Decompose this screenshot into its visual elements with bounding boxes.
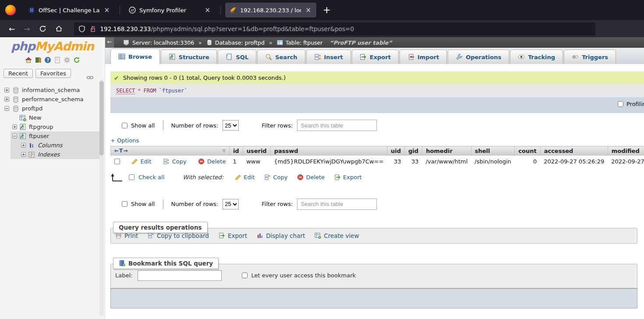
collapse-navigation-button[interactable]: ← (105, 37, 114, 48)
options-toggle[interactable]: + Options (110, 137, 644, 144)
sidebar-item-information-schema[interactable]: + information_schema (0, 85, 105, 95)
show-all-label: Show all (131, 122, 155, 129)
rows-select[interactable]: 25 (223, 120, 239, 131)
breadcrumb-database[interactable]: Database: proftpd (215, 39, 265, 46)
expand-icon[interactable]: + (21, 152, 26, 157)
selected-delete-link[interactable]: Delete (306, 174, 325, 181)
column-header-passwd[interactable]: passwd (270, 146, 387, 156)
column-header-shell[interactable]: shell (471, 146, 515, 156)
bookmark-label-input[interactable] (138, 270, 222, 281)
success-check-icon: ✔ (114, 74, 119, 82)
recent-button[interactable]: Recent (4, 69, 33, 78)
insecure-lock-icon[interactable] (89, 25, 96, 32)
collapse-icon[interactable]: − (12, 134, 17, 138)
create-view-icon (315, 232, 321, 239)
browser-tab-phpmyadmin[interactable]: 192.168.230.233 / localhost / × (225, 3, 316, 18)
selected-export-link[interactable]: Export (343, 174, 362, 181)
tab-sql[interactable]: SQL (218, 50, 256, 64)
show-all-checkbox[interactable] (122, 201, 127, 207)
browser-tab-offsec[interactable]: OffSec | Challenge Labs × (24, 3, 115, 18)
column-header-id[interactable]: id (229, 146, 243, 156)
column-header-count[interactable]: count (515, 146, 540, 156)
link-with-main-panel-icon[interactable] (87, 75, 93, 80)
column-header-accessed[interactable]: accessed (540, 146, 608, 156)
close-icon[interactable]: × (103, 6, 110, 14)
settings-gear-icon[interactable] (64, 57, 71, 64)
url-bar[interactable]: 192.168.230.233/phpmyadmin/sql.php?serve… (74, 22, 595, 35)
shield-icon[interactable] (78, 25, 85, 32)
sidebar-scrollbar-thumb[interactable] (99, 81, 104, 156)
tab-operations[interactable]: Operations (448, 50, 509, 64)
tab-export[interactable]: Export (352, 50, 399, 64)
show-all-checkbox[interactable] (122, 123, 127, 128)
breadcrumb-server[interactable]: Server: localhost:3306 (132, 39, 194, 46)
tab-triggers[interactable]: Triggers (564, 50, 616, 64)
filter-input[interactable] (297, 198, 377, 210)
breadcrumb-table[interactable]: Table: ftpuser (286, 39, 323, 46)
browser-tab-symfony[interactable]: sf Symfony Profiler × (124, 3, 216, 18)
home-icon[interactable] (55, 25, 63, 32)
row-copy-link[interactable]: Copy (172, 158, 187, 165)
back-icon[interactable]: ← (9, 25, 15, 33)
sort-arrows[interactable]: ←T→ (114, 148, 128, 154)
selected-copy-link[interactable]: Copy (273, 174, 287, 181)
sidebar-item-proftpd[interactable]: − proftpd (0, 104, 105, 113)
tab-tracking[interactable]: Tracking (510, 50, 563, 64)
sidebar-item-new-table[interactable]: New (0, 113, 105, 122)
sidebar-item-indexes[interactable]: + Indexes (11, 150, 100, 159)
reload-icon[interactable] (39, 25, 46, 32)
column-header-userid[interactable]: userid (243, 146, 270, 156)
home-icon[interactable] (25, 57, 32, 64)
bookmark-access-label: Let every user access this bookmark (251, 272, 356, 279)
export-link[interactable]: Export (228, 232, 247, 239)
column-header-uid[interactable]: uid (387, 146, 405, 156)
sort-caret-icon[interactable]: ▽ (223, 149, 226, 153)
help-icon[interactable]: ? (44, 57, 51, 64)
print-link[interactable]: Print (124, 232, 138, 239)
copy-to-clipboard-link[interactable]: Copy to clipboard (157, 232, 209, 239)
check-all-link[interactable]: Check all (138, 174, 164, 181)
tab-browse[interactable]: Browse (110, 49, 160, 64)
expand-icon[interactable]: + (12, 124, 17, 129)
favorites-button[interactable]: Favorites (35, 69, 71, 78)
row-delete-link[interactable]: Delete (207, 158, 226, 165)
bookmark-access-checkbox[interactable] (242, 273, 248, 278)
check-all-checkbox[interactable] (129, 174, 134, 180)
row-edit-link[interactable]: Edit (141, 158, 152, 165)
column-header-modified[interactable]: modified (608, 146, 644, 156)
rows-select[interactable]: 25 (223, 199, 239, 209)
logout-icon[interactable] (35, 57, 42, 64)
sql-keyword-select[interactable]: SELECT (116, 88, 135, 94)
tab-search[interactable]: Search (257, 50, 305, 64)
expand-icon[interactable]: + (4, 97, 9, 102)
row-checkbox[interactable] (114, 159, 120, 164)
phpmyadmin-logo[interactable]: phpMyAdmin (0, 39, 105, 53)
tab-insert[interactable]: Insert (306, 50, 351, 64)
close-icon[interactable]: × (204, 6, 211, 14)
display-chart-link[interactable]: Display chart (266, 232, 305, 239)
phpmyadmin-icon (230, 7, 237, 14)
documentation-icon[interactable] (54, 57, 61, 64)
collapse-icon[interactable]: − (4, 106, 9, 111)
new-tab-button[interactable]: + (323, 5, 331, 15)
selected-edit-link[interactable]: Edit (244, 174, 255, 181)
sidebar-item-ftpgroup[interactable]: + ftpgroup (0, 122, 105, 131)
filter-input[interactable] (297, 120, 377, 131)
sidebar-item-ftpuser[interactable]: − ftpuser (11, 131, 100, 141)
column-header-gid[interactable]: gid (405, 146, 422, 156)
expand-icon[interactable]: + (21, 143, 26, 148)
column-header-homedir[interactable]: homedir (422, 146, 471, 156)
database-tree: + information_schema + performance_schem… (0, 85, 105, 159)
close-icon[interactable]: × (304, 6, 312, 14)
profiling-checkbox[interactable] (618, 101, 623, 107)
forward-icon[interactable]: → (24, 25, 30, 33)
tab-structure[interactable]: Structure (161, 50, 217, 64)
reload-navigation-icon[interactable] (73, 57, 80, 64)
sidebar-item-performance-schema[interactable]: + performance_schema (0, 95, 105, 104)
tab-import[interactable]: Import (400, 50, 447, 64)
expand-icon[interactable]: + (4, 88, 9, 92)
create-view-link[interactable]: Create view (324, 232, 359, 239)
sidebar-item-columns[interactable]: + Columns (11, 141, 100, 150)
firefox-icon[interactable] (5, 5, 16, 15)
table-icon (277, 39, 283, 46)
